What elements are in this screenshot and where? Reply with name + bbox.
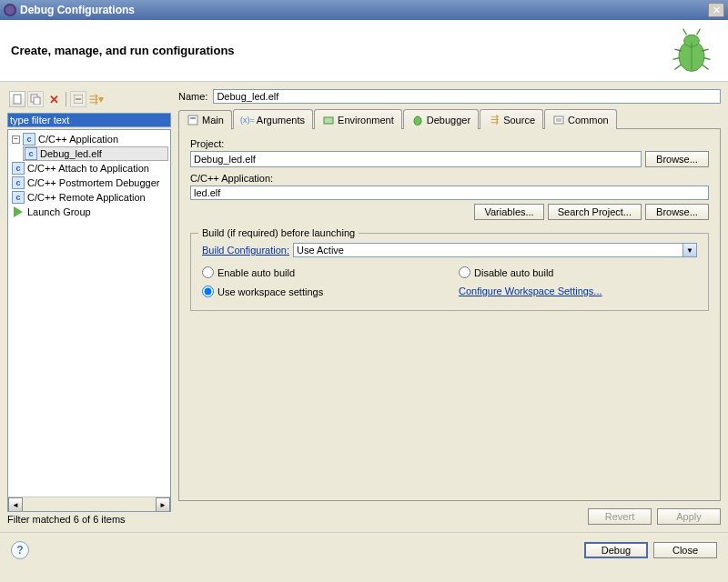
duplicate-config-button[interactable] bbox=[27, 91, 44, 107]
collapse-all-button[interactable] bbox=[70, 91, 86, 107]
tree-item-cpp-postmortem[interactable]: cC/C++ Postmortem Debugger bbox=[10, 176, 168, 190]
filter-menu-button[interactable]: ⇶▾ bbox=[88, 91, 105, 107]
svg-rect-11 bbox=[14, 95, 21, 104]
c-icon: c bbox=[12, 191, 25, 204]
svg-rect-17 bbox=[190, 117, 196, 119]
debug-button[interactable]: Debug bbox=[584, 542, 648, 558]
c-icon: c bbox=[23, 133, 35, 146]
svg-line-5 bbox=[674, 64, 681, 69]
build-group-title: Build (if required) before launching bbox=[198, 227, 359, 238]
tree-item-launch-group[interactable]: Launch Group bbox=[10, 205, 168, 219]
common-tab-icon bbox=[552, 114, 565, 126]
apply-button[interactable]: Apply bbox=[657, 508, 721, 525]
bug-icon bbox=[666, 25, 717, 76]
close-button[interactable]: Close bbox=[653, 542, 717, 558]
config-tree[interactable]: −cC/C++ Application cDebug_led.elf cC/C+… bbox=[7, 129, 171, 512]
name-label: Name: bbox=[178, 91, 207, 102]
filter-status: Filter matched 6 of 6 items bbox=[7, 514, 171, 525]
new-config-button[interactable] bbox=[9, 91, 25, 107]
tree-item-debug-led[interactable]: cDebug_led.elf bbox=[23, 146, 168, 161]
scroll-left-button[interactable]: ◄ bbox=[8, 497, 23, 512]
app-browse-button[interactable]: Browse... bbox=[645, 204, 709, 220]
main-tab-icon bbox=[187, 114, 199, 126]
close-window-button[interactable]: ✕ bbox=[708, 3, 724, 17]
svg-point-19 bbox=[414, 116, 421, 125]
svg-line-9 bbox=[683, 28, 687, 35]
left-panel: ✕ ⇶▾ −cC/C++ Application cDebug_led.elf … bbox=[7, 89, 171, 525]
svg-rect-20 bbox=[554, 116, 563, 124]
configure-workspace-link[interactable]: Configure Workspace Settings... bbox=[459, 286, 697, 297]
search-project-button[interactable]: Search Project... bbox=[548, 204, 642, 220]
tab-debugger[interactable]: Debugger bbox=[403, 109, 479, 129]
left-toolbar: ✕ ⇶▾ bbox=[7, 89, 171, 109]
project-label: Project: bbox=[190, 138, 709, 149]
tree-item-cpp-remote[interactable]: cC/C++ Remote Application bbox=[10, 190, 168, 205]
name-input[interactable] bbox=[213, 89, 721, 104]
project-input[interactable] bbox=[190, 151, 642, 167]
build-config-select[interactable]: Use Active ▼ bbox=[293, 243, 697, 257]
header-title: Create, manage, and run configurations bbox=[11, 44, 235, 57]
svg-rect-18 bbox=[324, 117, 333, 124]
svg-line-8 bbox=[702, 64, 708, 69]
source-tab-icon: ⇶ bbox=[488, 114, 500, 126]
app-label: C/C++ Application: bbox=[190, 173, 709, 184]
app-input[interactable] bbox=[190, 186, 709, 200]
build-config-link[interactable]: Build Configuration: bbox=[202, 245, 289, 256]
tree-hscrollbar[interactable]: ◄ ► bbox=[8, 497, 170, 511]
revert-button[interactable]: Revert bbox=[588, 508, 652, 525]
variables-button[interactable]: Variables... bbox=[474, 204, 543, 220]
help-button[interactable]: ? bbox=[11, 541, 29, 559]
disable-auto-radio[interactable]: Disable auto build bbox=[459, 266, 697, 278]
launch-group-icon bbox=[12, 206, 25, 218]
build-group: Build (if required) before launching Bui… bbox=[190, 233, 709, 311]
arguments-tab-icon: (x)= bbox=[241, 114, 254, 126]
project-browse-button[interactable]: Browse... bbox=[645, 151, 709, 167]
titlebar: Debug Configurations ✕ bbox=[0, 0, 728, 20]
main-tab-panel: Project: Browse... C/C++ Application: Va… bbox=[178, 128, 721, 501]
delete-config-button[interactable]: ✕ bbox=[46, 91, 62, 107]
chevron-down-icon[interactable]: ▼ bbox=[682, 243, 697, 257]
debugger-tab-icon bbox=[411, 114, 424, 126]
svg-rect-16 bbox=[188, 115, 197, 125]
c-icon: c bbox=[12, 176, 25, 189]
tab-bar: Main (x)=Arguments Environment Debugger … bbox=[178, 109, 721, 129]
svg-line-10 bbox=[697, 28, 701, 35]
tab-main[interactable]: Main bbox=[178, 110, 232, 130]
svg-rect-13 bbox=[34, 97, 40, 105]
scroll-right-button[interactable]: ► bbox=[156, 497, 170, 512]
tab-arguments[interactable]: (x)=Arguments bbox=[233, 109, 313, 129]
use-workspace-radio[interactable]: Use workspace settings bbox=[202, 286, 440, 297]
window-title: Debug Configurations bbox=[20, 4, 135, 16]
app-icon bbox=[4, 4, 16, 16]
tab-source[interactable]: ⇶Source bbox=[480, 109, 543, 129]
footer: ? Debug Close bbox=[0, 532, 728, 567]
c-icon: c bbox=[12, 162, 25, 175]
filter-input[interactable] bbox=[7, 113, 171, 127]
tree-item-cpp-app[interactable]: −cC/C++ Application bbox=[10, 132, 168, 146]
c-icon: c bbox=[25, 147, 37, 160]
collapse-icon[interactable]: − bbox=[12, 135, 20, 144]
tab-environment[interactable]: Environment bbox=[314, 109, 402, 129]
header: Create, manage, and run configurations bbox=[0, 20, 728, 82]
enable-auto-radio[interactable]: Enable auto build bbox=[202, 266, 440, 278]
right-panel: Name: Main (x)=Arguments Environment Deb… bbox=[178, 89, 721, 525]
tree-item-cpp-attach[interactable]: cC/C++ Attach to Application bbox=[10, 161, 168, 176]
environment-tab-icon bbox=[322, 114, 335, 126]
tab-common[interactable]: Common bbox=[544, 109, 617, 129]
